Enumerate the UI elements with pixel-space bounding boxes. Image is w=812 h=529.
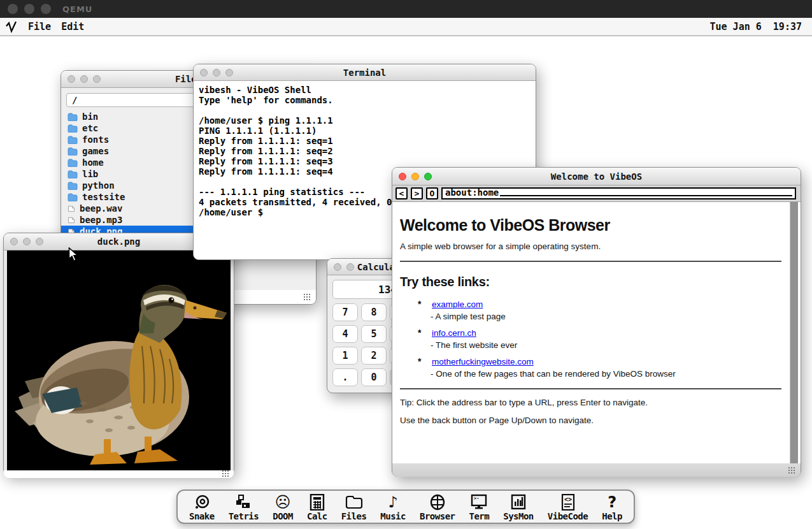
back-button[interactable]: < <box>395 187 408 199</box>
terminal-line: Type 'help' for commands. <box>199 95 531 105</box>
minimize-icon[interactable] <box>23 238 31 245</box>
dock-item-browser[interactable]: Browser <box>420 493 455 521</box>
folder-icon <box>68 147 78 156</box>
dock-label: Browser <box>420 511 455 521</box>
vertical-scrollbar[interactable] <box>790 202 798 463</box>
divider <box>400 261 781 262</box>
list-item: * info.cern.ch - The first website ever <box>400 327 781 350</box>
dock-item-sysmon[interactable]: SysMon <box>503 493 534 521</box>
calc-button-2[interactable]: 2 <box>361 347 387 365</box>
link-description: - A simple test page <box>431 312 781 321</box>
folder-icon <box>68 170 78 178</box>
links-heading: Try these links: <box>400 275 781 289</box>
qemu-close-icon[interactable] <box>8 4 18 14</box>
web-page: Welcome to VibeOS Browser A simple web b… <box>400 202 781 425</box>
dock-item-vibecode[interactable]: <> VibeCode <box>548 493 588 521</box>
terminal-line: Reply from 1.1.1.1: seq=1 <box>199 136 531 146</box>
vibeos-logo-icon[interactable] <box>5 20 18 33</box>
close-icon[interactable] <box>334 263 341 271</box>
zoom-icon[interactable] <box>225 69 233 76</box>
dock-item-doom[interactable]: ☹ DOOM <box>273 493 293 521</box>
image-viewer-statusbar <box>4 470 234 478</box>
dock-item-calc[interactable]: Calc <box>307 493 327 521</box>
help-icon: ? <box>608 493 616 511</box>
calc-button-5[interactable]: 5 <box>361 325 387 343</box>
bullet-star: * <box>418 299 421 309</box>
folder-icon <box>68 136 78 144</box>
resize-grip[interactable] <box>788 467 795 474</box>
link-motherfuckingwebsite-com[interactable]: motherfuckingwebsite.com <box>432 357 534 366</box>
file-icon <box>68 216 75 224</box>
browser-titlebar[interactable]: Welcome to VibeOS <box>392 168 801 185</box>
close-icon[interactable] <box>200 69 208 76</box>
duck-photo <box>7 250 231 470</box>
menu-edit[interactable]: Edit <box>61 21 84 33</box>
dock-item-files[interactable]: Files <box>341 493 367 521</box>
menu-file[interactable]: File <box>28 21 51 33</box>
address-bar[interactable]: about:home <box>441 187 796 199</box>
close-icon[interactable] <box>399 173 406 180</box>
close-icon[interactable] <box>10 238 18 245</box>
terminal-titlebar[interactable]: Terminal <box>194 64 536 81</box>
file-name: lib <box>82 169 98 179</box>
image-viewer-lights <box>4 238 43 245</box>
calc-button-0[interactable]: 0 <box>361 368 387 386</box>
folder-icon <box>68 193 78 201</box>
calc-button-4[interactable]: 4 <box>332 325 358 343</box>
calc-button-7[interactable]: 7 <box>332 303 358 321</box>
browser-statusbar <box>392 463 801 477</box>
dock-label: Calc <box>307 511 327 521</box>
link-description: - One of the few pages that can be rende… <box>431 369 781 379</box>
menubar-clock: Tue Jan 6 19:37 <box>710 21 802 33</box>
zoom-icon[interactable] <box>36 238 43 245</box>
reload-button[interactable]: O <box>426 187 438 199</box>
calc-button-8[interactable]: 8 <box>361 303 387 321</box>
terminal-line <box>199 105 531 115</box>
link-example-com[interactable]: example.com <box>432 300 483 309</box>
resize-grip[interactable] <box>303 293 310 300</box>
minimize-icon[interactable] <box>411 173 419 180</box>
minimize-icon[interactable] <box>80 75 88 83</box>
dock-label: Term <box>469 511 490 521</box>
calc-button-dot[interactable]: . <box>332 368 358 386</box>
file-name: bin <box>82 112 98 122</box>
term-icon: >- <box>470 493 488 511</box>
browser-window-title: Welcome to VibeOS <box>392 171 801 182</box>
minimize-icon[interactable] <box>213 69 220 76</box>
tip-text: Use the back button or Page Up/Down to n… <box>400 416 781 425</box>
files-icon <box>345 493 363 511</box>
link-info-cern-ch[interactable]: info.cern.ch <box>432 328 476 338</box>
dock-label: Tetris <box>229 511 259 521</box>
dock-item-music[interactable]: ♪ Music <box>380 493 406 521</box>
menubar: File Edit Tue Jan 6 19:37 <box>0 18 812 36</box>
link-description: - The first website ever <box>431 340 781 350</box>
dock-label: VibeCode <box>548 511 588 521</box>
forward-button[interactable]: > <box>411 187 423 199</box>
minimize-icon[interactable] <box>346 263 354 271</box>
dock-item-term[interactable]: >- Term <box>469 493 490 521</box>
folder-icon <box>68 159 78 167</box>
folder-icon <box>68 182 78 190</box>
tip-text: Tip: Click the address bar to type a URL… <box>400 398 781 407</box>
qemu-minimize-icon[interactable] <box>24 4 34 14</box>
dock-item-tetris[interactable]: Tetris <box>229 493 259 521</box>
qemu-zoom-icon[interactable] <box>41 4 51 14</box>
file-name: python <box>82 180 115 191</box>
calc-button-1[interactable]: 1 <box>332 347 358 365</box>
tetris-icon <box>235 493 252 511</box>
page-heading: Welcome to VibeOS Browser <box>400 216 781 235</box>
zoom-icon[interactable] <box>424 173 432 180</box>
file-name: home <box>82 157 104 168</box>
close-icon[interactable] <box>68 75 75 83</box>
dock-item-snake[interactable]: Snake <box>189 493 215 521</box>
browser-toolbar: < > O about:home <box>392 185 801 202</box>
browser-icon <box>429 493 446 511</box>
resize-grip[interactable] <box>222 470 229 477</box>
dock-label: Snake <box>189 511 215 521</box>
browser-window: Welcome to VibeOS < > O about:home Welco… <box>392 167 801 477</box>
dock-item-help[interactable]: ? Help <box>602 493 622 521</box>
file-name: fonts <box>82 134 109 145</box>
address-input-line <box>500 195 792 196</box>
bullet-star: * <box>418 356 421 366</box>
zoom-icon[interactable] <box>93 75 101 83</box>
